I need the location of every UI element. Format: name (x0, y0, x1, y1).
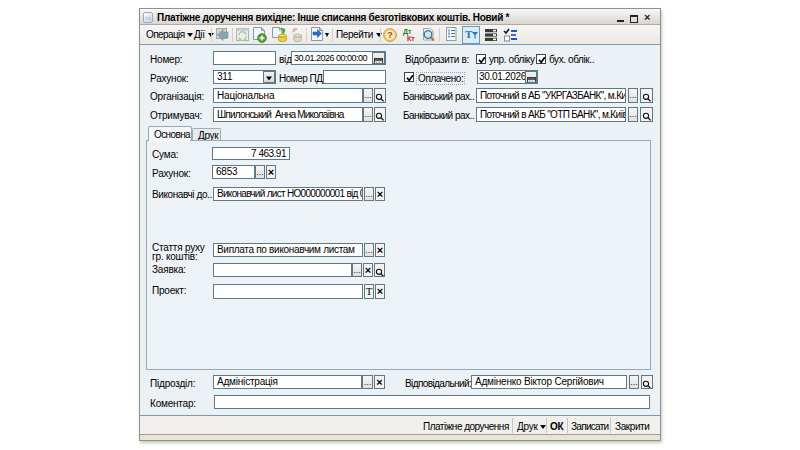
svg-text:T: T (465, 28, 473, 40)
svg-text:?: ? (387, 30, 393, 40)
